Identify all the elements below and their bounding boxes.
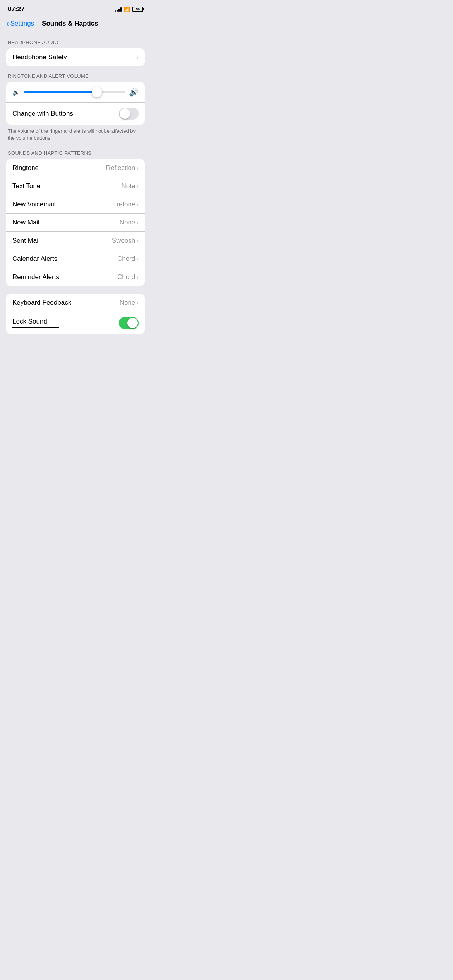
battery-icon: 50 <box>132 7 143 12</box>
sent-mail-item[interactable]: Sent Mail Swoosh › <box>6 232 145 250</box>
reminder-alerts-chevron: › <box>137 274 139 280</box>
reminder-alerts-right: Chord › <box>117 273 139 281</box>
lock-sound-left: Lock Sound <box>12 318 59 328</box>
ringtone-value: Reflection <box>106 164 136 172</box>
text-tone-chevron: › <box>137 183 139 189</box>
ringtone-right: Reflection › <box>106 164 139 172</box>
change-with-buttons-toggle[interactable] <box>119 108 139 120</box>
text-tone-value: Note <box>121 182 135 190</box>
new-mail-right: None › <box>120 219 139 226</box>
calendar-alerts-value: Chord <box>117 255 135 263</box>
sent-mail-value: Swoosh <box>112 237 135 245</box>
status-bar: 07:27 📶 50 <box>0 0 151 16</box>
ringtone-chevron: › <box>137 165 139 171</box>
new-mail-label: New Mail <box>12 219 39 226</box>
keyboard-feedback-value: None <box>120 299 136 307</box>
section-label-sounds: SOUNDS AND HAPTIC PATTERNS <box>6 143 145 159</box>
wifi-icon: 📶 <box>124 7 130 12</box>
keyboard-feedback-label: Keyboard Feedback <box>12 299 71 307</box>
reminder-alerts-item[interactable]: Reminder Alerts Chord › <box>6 268 145 286</box>
new-voicemail-right: Tri-tone › <box>113 200 139 208</box>
sent-mail-right: Swoosh › <box>112 237 139 245</box>
ringtone-item[interactable]: Ringtone Reflection › <box>6 159 145 177</box>
volume-high-icon: 🔊 <box>129 87 139 97</box>
back-button[interactable]: ‹ Settings <box>6 19 34 28</box>
calendar-alerts-item[interactable]: Calendar Alerts Chord › <box>6 250 145 268</box>
new-voicemail-item[interactable]: New Voicemail Tri-tone › <box>6 195 145 214</box>
lock-sound-toggle[interactable] <box>119 317 139 329</box>
change-with-buttons-label: Change with Buttons <box>12 110 73 118</box>
text-tone-item[interactable]: Text Tone Note › <box>6 177 145 195</box>
back-chevron-icon: ‹ <box>6 19 9 28</box>
page-title: Sounds & Haptics <box>42 20 98 27</box>
calendar-alerts-label: Calendar Alerts <box>12 255 57 263</box>
volume-card: 🔈 🔊 Change with Buttons <box>6 82 145 125</box>
bottom-card: Keyboard Feedback None › Lock Sound <box>6 294 145 334</box>
text-tone-label: Text Tone <box>12 182 40 190</box>
calendar-alerts-right: Chord › <box>117 255 139 263</box>
new-voicemail-label: New Voicemail <box>12 200 56 208</box>
lock-sound-row: Lock Sound <box>6 312 145 334</box>
volume-slider-fill <box>24 91 97 93</box>
sent-mail-chevron: › <box>137 238 139 244</box>
headphone-safety-label: Headphone Safety <box>12 53 67 61</box>
volume-note: The volume of the ringer and alerts will… <box>6 125 145 143</box>
signal-icon <box>115 7 122 12</box>
headphone-card: Headphone Safety › <box>6 48 145 66</box>
reminder-alerts-label: Reminder Alerts <box>12 273 59 281</box>
keyboard-feedback-right: None › <box>120 299 139 307</box>
headphone-safety-chevron: › <box>137 54 139 60</box>
calendar-alerts-chevron: › <box>137 256 139 262</box>
nav-bar: ‹ Settings Sounds & Haptics <box>0 16 151 33</box>
headphone-safety-item[interactable]: Headphone Safety › <box>6 48 145 66</box>
new-mail-value: None <box>120 219 136 226</box>
lock-sound-bar <box>12 327 59 328</box>
back-label: Settings <box>10 20 34 27</box>
change-with-buttons-row: Change with Buttons <box>6 103 145 125</box>
new-voicemail-chevron: › <box>137 201 139 207</box>
new-voicemail-value: Tri-tone <box>113 200 135 208</box>
lock-sound-label: Lock Sound <box>12 318 59 326</box>
volume-low-icon: 🔈 <box>12 89 20 96</box>
reminder-alerts-value: Chord <box>117 273 135 281</box>
section-label-volume: RINGTONE AND ALERT VOLUME <box>6 66 145 82</box>
ringtone-label: Ringtone <box>12 164 39 172</box>
keyboard-feedback-item[interactable]: Keyboard Feedback None › <box>6 294 145 312</box>
content: HEADPHONE AUDIO Headphone Safety › RINGT… <box>0 33 151 334</box>
sounds-haptic-card: Ringtone Reflection › Text Tone Note › N… <box>6 159 145 286</box>
status-time: 07:27 <box>8 5 24 13</box>
volume-slider-thumb[interactable] <box>92 87 102 97</box>
sent-mail-label: Sent Mail <box>12 237 40 245</box>
volume-slider-track[interactable] <box>24 91 125 93</box>
keyboard-feedback-chevron: › <box>137 300 139 306</box>
text-tone-right: Note › <box>121 182 139 190</box>
toggle-knob <box>120 108 130 119</box>
section-label-headphone: HEADPHONE AUDIO <box>6 33 145 48</box>
new-mail-chevron: › <box>137 219 139 226</box>
status-icons: 📶 50 <box>115 7 143 12</box>
new-mail-item[interactable]: New Mail None › <box>6 214 145 232</box>
lock-sound-toggle-knob <box>127 318 138 328</box>
volume-slider-row: 🔈 🔊 <box>6 82 145 103</box>
headphone-safety-right: › <box>137 54 139 60</box>
